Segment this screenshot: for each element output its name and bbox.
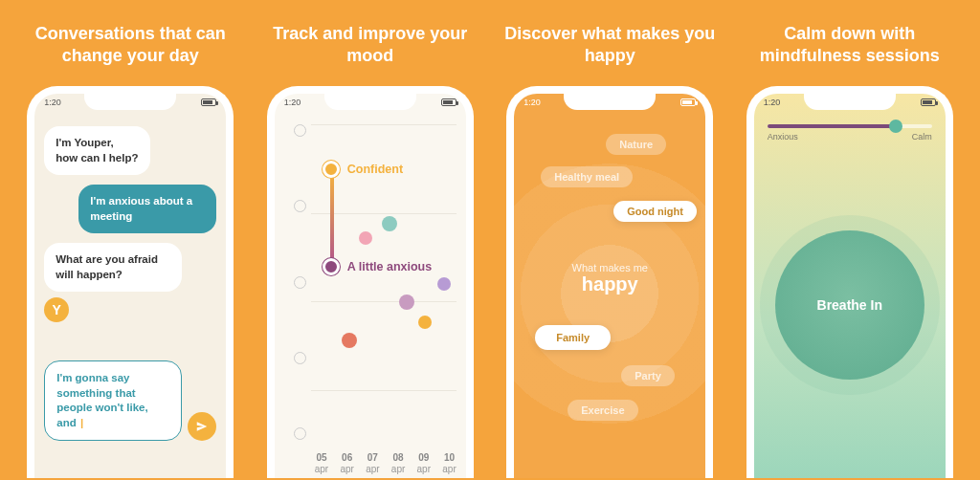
status-time: 1:20	[523, 98, 541, 107]
status-time: 1:20	[44, 98, 61, 107]
slider-track	[768, 124, 932, 128]
emoji-icon	[294, 200, 306, 212]
phone-notch	[564, 93, 656, 110]
mood-chart: Confident A little anxious 05apr 06apr 0…	[294, 124, 457, 478]
x-tick: 09apr	[417, 452, 431, 474]
battery-icon	[441, 98, 457, 106]
mood-label: Confident	[347, 163, 403, 176]
phone-notch	[84, 93, 176, 110]
user-message: I'm anxious about a meeting	[78, 185, 216, 233]
chip-good-night[interactable]: Good night	[613, 201, 697, 222]
panels-row: Conversations that can change your day 1…	[0, 0, 980, 478]
chat-input[interactable]: I'm gonna say something that people won'…	[44, 360, 182, 441]
happy-center-text: What makes me happy	[572, 261, 648, 295]
chip-healthy-meal[interactable]: Healthy meal	[541, 166, 633, 187]
calm-slider[interactable]: Anxious Calm	[768, 124, 932, 142]
phone-notch	[804, 93, 896, 110]
chip-party[interactable]: Party	[621, 365, 675, 386]
gridline	[311, 390, 457, 391]
panel-mood: Track and improve your mood 1:20	[256, 23, 486, 478]
breathe-text: Breathe In	[817, 297, 882, 313]
bot-avatar: Y	[44, 297, 69, 322]
x-tick: 05apr	[315, 452, 328, 474]
bot-message: What are you afraid will happen?	[44, 243, 182, 292]
emoji-icon	[294, 276, 306, 289]
emoji-icon	[294, 427, 306, 440]
status-time: 1:20	[284, 98, 301, 107]
gridline	[311, 124, 457, 125]
phone-notch	[324, 93, 416, 110]
mood-label: A little anxious	[347, 260, 432, 273]
slider-thumb[interactable]	[889, 120, 902, 133]
x-tick: 10apr	[442, 452, 456, 474]
panel-breathe: Calm down with mindfulness sessions 1:20…	[735, 23, 966, 478]
chat-thread: I'm Youper, how can I help? I'm anxious …	[34, 94, 226, 441]
phone-breathe: 1:20 Anxious Calm Breathe In	[746, 86, 953, 478]
x-axis: 05apr 06apr 07apr 08apr 09apr 10apr	[315, 452, 457, 474]
panel-happy: Discover what makes you happy 1:20 What …	[495, 23, 725, 478]
emoji-icon	[294, 352, 306, 364]
panel-title: Calm down with mindfulness sessions	[735, 23, 966, 69]
slider-labels: Anxious Calm	[768, 132, 932, 142]
panel-conversations: Conversations that can change your day 1…	[15, 23, 246, 478]
phone-chat: 1:20 I'm Youper, how can I help? I'm anx…	[27, 86, 234, 478]
chip-nature[interactable]: Nature	[606, 134, 666, 155]
panel-title: Conversations that can change your day	[15, 23, 246, 69]
emoji-icon	[294, 124, 306, 137]
slider-fill	[768, 124, 896, 128]
phone-mood-chart: 1:20 Confident	[267, 86, 474, 478]
battery-icon	[921, 98, 936, 106]
panel-title: Track and improve your mood	[256, 23, 486, 69]
phone-happy: 1:20 What makes me happy Nature Healthy …	[506, 86, 713, 478]
breathe-circle[interactable]: Breathe In	[775, 230, 924, 380]
mood-point-confident[interactable]	[323, 161, 340, 178]
slider-label-left: Anxious	[768, 132, 798, 142]
send-button[interactable]	[188, 412, 216, 441]
battery-icon	[680, 98, 696, 106]
panel-title: Discover what makes you happy	[495, 23, 725, 69]
gridline	[311, 301, 457, 302]
send-icon	[195, 420, 209, 433]
mood-scale	[294, 124, 307, 440]
chat-input-row: I'm gonna say something that people won'…	[44, 360, 216, 441]
x-tick: 08apr	[391, 452, 405, 474]
chip-exercise[interactable]: Exercise	[568, 400, 637, 421]
chip-family[interactable]: Family	[535, 325, 611, 350]
mood-point	[437, 277, 451, 291]
battery-icon	[201, 98, 216, 106]
mood-point	[359, 231, 372, 245]
mood-point	[418, 316, 432, 329]
happy-subtitle: What makes me	[572, 261, 648, 273]
x-tick: 07apr	[366, 452, 379, 474]
mood-point	[399, 295, 414, 310]
mood-point	[382, 216, 397, 231]
status-time: 1:20	[764, 98, 781, 107]
happy-title: happy	[572, 273, 648, 295]
mood-point-anxious[interactable]	[323, 258, 340, 275]
mood-point	[342, 333, 357, 348]
bot-message: I'm Youper, how can I help?	[44, 126, 149, 175]
x-tick: 06apr	[340, 452, 353, 474]
mood-connector	[330, 172, 334, 266]
slider-label-right: Calm	[912, 132, 932, 142]
